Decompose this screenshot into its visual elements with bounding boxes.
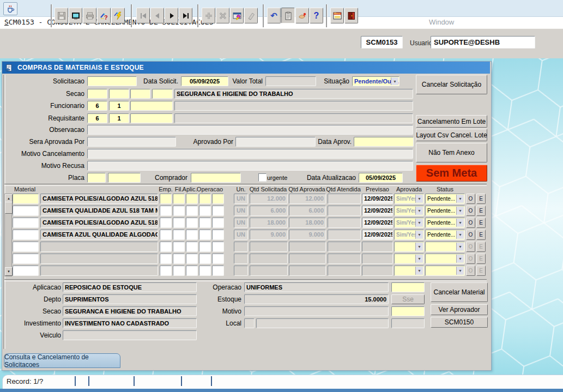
fil-field[interactable] xyxy=(173,194,185,204)
aprovada-dropdown[interactable]: Sim/Yes▼ xyxy=(394,218,424,228)
operacao-field-1[interactable] xyxy=(199,254,211,264)
fil-field[interactable] xyxy=(173,266,185,276)
data-solicit-field[interactable]: 05/09/2025 xyxy=(181,76,228,86)
operacao-field-2[interactable] xyxy=(212,266,224,276)
placa-field-2[interactable] xyxy=(108,173,141,183)
comprador-field[interactable] xyxy=(191,173,241,183)
aplic-field[interactable] xyxy=(186,254,198,264)
emp-field[interactable] xyxy=(160,194,172,204)
status-dropdown[interactable]: Pendente...▼ xyxy=(425,206,465,216)
status-dropdown[interactable]: ▼ xyxy=(425,242,465,252)
next-record-button[interactable] xyxy=(165,8,178,23)
solicitacao-field[interactable] xyxy=(87,76,137,86)
aprovada-dropdown[interactable]: Sim/Yes▼ xyxy=(394,206,424,216)
operacao-code-field[interactable] xyxy=(391,282,425,292)
aprovada-dropdown[interactable]: ▼ xyxy=(394,266,424,276)
data-aprov-field[interactable] xyxy=(354,137,414,147)
e-button[interactable]: E xyxy=(476,230,486,240)
aplic-field[interactable] xyxy=(186,194,198,204)
chevron-down-icon[interactable]: ▼ xyxy=(456,255,464,263)
aprovada-dropdown[interactable]: Sim/Yes▼ xyxy=(394,230,424,240)
chevron-down-icon[interactable]: ▼ xyxy=(456,231,464,239)
chevron-down-icon[interactable]: ▼ xyxy=(415,219,423,227)
exit-button[interactable] xyxy=(344,8,358,23)
o-button[interactable]: O xyxy=(466,194,475,204)
operacao-field-1[interactable] xyxy=(199,230,211,240)
fil-field[interactable] xyxy=(173,218,185,228)
status-dropdown[interactable]: ▼ xyxy=(425,254,465,264)
urgente-checkbox[interactable] xyxy=(258,173,267,182)
material-code-field[interactable] xyxy=(13,242,39,252)
ver-aprovador-button[interactable]: Ver Aprovador xyxy=(431,304,488,315)
screen-button[interactable] xyxy=(69,8,82,23)
operacao-field-1[interactable] xyxy=(199,206,211,216)
emp-field[interactable] xyxy=(160,242,172,252)
operacao-field-2[interactable] xyxy=(212,206,224,216)
chevron-down-icon[interactable]: ▼ xyxy=(456,243,464,251)
undo-button[interactable]: ↶ xyxy=(267,8,281,23)
funcionario-code-field[interactable] xyxy=(130,101,173,111)
e-button[interactable]: E xyxy=(476,206,486,216)
operacao-field-2[interactable] xyxy=(212,254,224,264)
secao-code4-field[interactable] xyxy=(152,89,173,99)
emp-field[interactable] xyxy=(160,254,172,264)
menu-item-window[interactable]: Window xyxy=(429,18,454,26)
material-code-field[interactable] xyxy=(13,266,39,276)
status-dropdown[interactable]: Pendente...▼ xyxy=(425,230,465,240)
usuario-field[interactable]: SUPORTE@DESHB xyxy=(431,36,535,49)
chevron-down-icon[interactable]: ▼ xyxy=(415,231,423,239)
secao-code2-field[interactable] xyxy=(109,89,129,99)
material-code-field[interactable] xyxy=(13,194,39,204)
fil-field[interactable] xyxy=(173,254,185,264)
scm0150-button[interactable]: SCM0150 xyxy=(431,317,488,328)
cancelar-material-button[interactable]: Cancelar Material xyxy=(431,282,488,302)
chevron-down-icon[interactable]: ▼ xyxy=(415,207,423,215)
secao-code1-field[interactable] xyxy=(87,89,107,99)
sem-meta-button[interactable]: Sem Meta xyxy=(416,165,487,182)
operacao-field-1[interactable] xyxy=(199,266,211,276)
execute-query-button[interactable] xyxy=(111,8,125,23)
aprovada-dropdown[interactable]: Sim/Yes▼ xyxy=(394,194,424,204)
operacao-field-2[interactable] xyxy=(212,194,224,204)
lock-record-button[interactable] xyxy=(230,8,244,23)
chevron-down-icon[interactable]: ▼ xyxy=(391,77,398,85)
menu-button[interactable]: Menu xyxy=(330,8,344,23)
chevron-down-icon[interactable]: ▼ xyxy=(415,267,423,275)
e-button[interactable]: E xyxy=(476,194,486,204)
operacao-field-1[interactable] xyxy=(199,218,211,228)
requisitante-fil-field[interactable]: 1 xyxy=(109,113,129,123)
motivo-code-field[interactable] xyxy=(391,306,425,316)
aplic-field[interactable] xyxy=(186,266,198,276)
chevron-down-icon[interactable]: ▼ xyxy=(456,219,464,227)
cancelar-solicitacao-button[interactable]: Cancelar Solicitação xyxy=(416,75,487,94)
aplic-field[interactable] xyxy=(186,230,198,240)
emp-field[interactable] xyxy=(160,266,172,276)
java-button[interactable] xyxy=(3,2,17,15)
layout-csv-cancel-lote-button[interactable]: Layout Csv Cancel. Lote xyxy=(416,129,487,141)
status-dropdown[interactable]: ▼ xyxy=(425,266,465,276)
help-button[interactable]: ? xyxy=(310,8,323,23)
chevron-down-icon[interactable]: ▼ xyxy=(456,267,464,275)
status-dropdown[interactable]: Pendente...▼ xyxy=(425,194,465,204)
requisitante-emp-field[interactable]: 6 xyxy=(87,113,107,123)
e-button[interactable]: E xyxy=(476,218,486,228)
data-atualizacao-field[interactable]: 05/09/2025 xyxy=(359,173,403,183)
emp-field[interactable] xyxy=(160,218,172,228)
cancelamento-em-lote-button[interactable]: Cancelamento Em Lote xyxy=(416,115,487,128)
secao-code3-field[interactable] xyxy=(130,89,150,99)
status-dropdown[interactable]: Pendente...▼ xyxy=(425,218,465,228)
operacao-field-2[interactable] xyxy=(212,218,224,228)
commit-button[interactable] xyxy=(295,8,309,23)
aprovada-dropdown[interactable]: ▼ xyxy=(394,254,424,264)
enter-query-button[interactable]: ? xyxy=(97,8,111,23)
o-button[interactable]: O xyxy=(466,230,475,240)
operacao-field-1[interactable] xyxy=(199,194,211,204)
o-button[interactable]: O xyxy=(466,206,475,216)
aplic-field[interactable] xyxy=(186,242,198,252)
requisitante-code-field[interactable] xyxy=(130,113,173,123)
last-record-button[interactable] xyxy=(179,8,192,23)
chevron-down-icon[interactable]: ▼ xyxy=(415,243,423,251)
material-code-field[interactable] xyxy=(13,218,39,228)
material-code-field[interactable] xyxy=(13,230,39,240)
operacao-field-1[interactable] xyxy=(199,242,211,252)
